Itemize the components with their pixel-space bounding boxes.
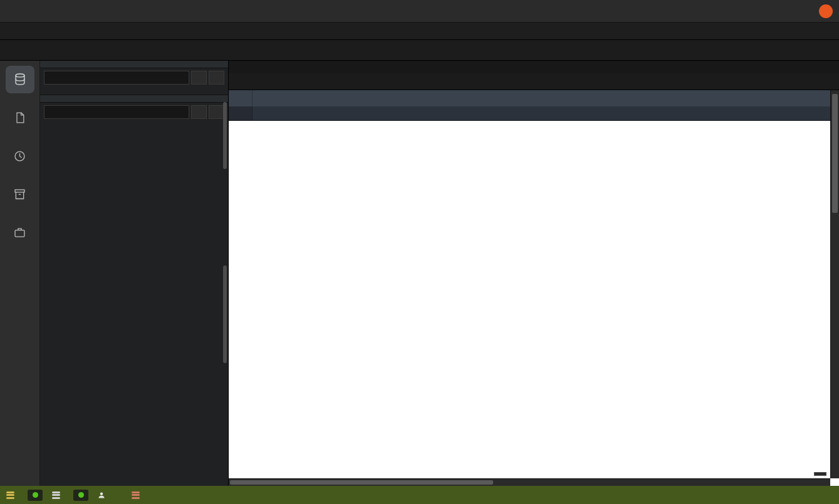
statusbar-database[interactable] — [6, 491, 18, 499]
horizontal-scrollbar — [229, 478, 830, 486]
connections-header — [40, 61, 228, 68]
add-table-icon[interactable] — [191, 105, 207, 119]
rail-plugins-icon[interactable] — [6, 219, 34, 246]
window-controls — [794, 0, 833, 23]
tables-group[interactable] — [40, 121, 228, 138]
tables-header — [40, 95, 228, 103]
selection-stats-tooltip — [814, 472, 826, 476]
database-icon — [52, 491, 60, 499]
file-tabs — [229, 73, 839, 90]
sidebar-scrollbar-thumb[interactable] — [223, 265, 227, 363]
left-panel — [40, 61, 229, 486]
database-icon — [132, 491, 140, 499]
rail-databases-icon[interactable] — [6, 66, 34, 93]
green-dot-icon — [78, 492, 84, 498]
rail-history-icon[interactable] — [6, 142, 34, 170]
grid-header — [229, 90, 839, 106]
grid-body — [229, 121, 839, 486]
close-button[interactable] — [819, 4, 833, 18]
grid-corner-expand[interactable] — [229, 90, 253, 106]
vertical-scrollbar — [830, 90, 839, 478]
refresh-tables-icon[interactable] — [209, 105, 224, 119]
statusbar-user — [98, 491, 109, 499]
status-bar — [0, 486, 839, 504]
vertical-scrollbar-thumb[interactable] — [832, 94, 838, 213]
rail-files-icon[interactable] — [6, 104, 34, 131]
connections-search-input[interactable] — [44, 71, 189, 85]
toolbar-right-buttons — [835, 40, 839, 60]
add-connection-icon[interactable] — [191, 71, 207, 85]
green-dot-icon — [33, 492, 38, 498]
sidebar-scrollbar-thumb[interactable] — [223, 102, 227, 169]
refresh-connections-icon[interactable] — [209, 71, 224, 85]
filter-cells — [253, 106, 839, 120]
data-grid — [229, 90, 839, 486]
tables-search-input[interactable] — [44, 105, 189, 119]
filter-corner — [229, 106, 253, 120]
rail-archive-icon[interactable] — [6, 180, 34, 208]
toolbar — [0, 40, 839, 61]
statusbar-version — [132, 491, 143, 499]
main-area — [229, 61, 839, 486]
tables-search-row — [40, 103, 228, 121]
database-icon — [6, 491, 14, 499]
horizontal-scrollbar-thumb[interactable] — [230, 480, 493, 485]
status-dot-badge — [73, 490, 88, 501]
menu-bar — [0, 23, 839, 40]
database-tabs — [229, 61, 839, 73]
title-bar — [0, 0, 839, 23]
user-icon — [98, 491, 105, 499]
statusbar-connection[interactable] — [52, 491, 64, 499]
status-dot-badge — [28, 490, 43, 501]
column-headers — [253, 90, 839, 106]
filter-row — [229, 106, 839, 121]
rail-filter-icon[interactable] — [6, 257, 34, 284]
sidebar-rail — [0, 61, 40, 486]
connections-search-row — [40, 68, 228, 87]
